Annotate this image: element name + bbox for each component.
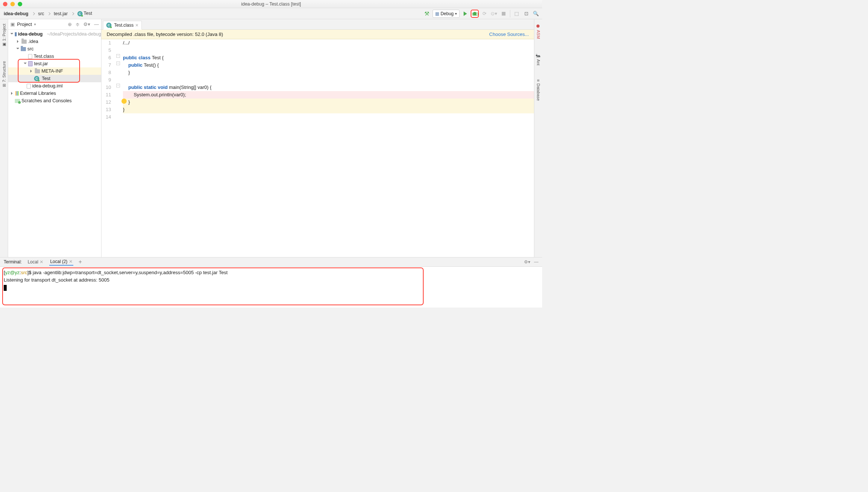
profiler-button[interactable]: ⊙▾ [490,10,498,18]
project-view-icon: ▣ [10,21,15,27]
tree-test-class-file[interactable]: Test.class [8,53,101,60]
code-line: System.out.println(var0); [123,91,534,99]
project-tool-title[interactable]: Project [17,21,32,27]
tree-idea-folder[interactable]: .idea [8,38,101,45]
tree-external-libraries[interactable]: External Libraries [8,90,101,97]
tree-test-class-in-jar[interactable]: CTest [8,75,101,82]
code-area[interactable]: 1 5 6 7 8 9 10 11 12 13 14 /.../ −public… [101,39,534,257]
debug-config-icon: ▦ [435,11,439,16]
terminal-tab-2[interactable]: Local (2)✕ [49,258,73,266]
folder-icon [35,69,40,73]
close-tab-icon[interactable]: ✕ [40,259,43,265]
code-line [123,76,534,84]
build-button[interactable]: ⚒ [423,10,431,18]
libraries-icon [16,91,19,96]
close-tab-icon[interactable]: ✕ [69,259,73,264]
tree-src-folder[interactable]: src [8,45,101,53]
chevron-down-icon[interactable]: ▾ [34,22,36,26]
new-terminal-tab-button[interactable]: + [79,259,82,265]
breadcrumb-class[interactable]: CTest [76,11,94,16]
tree-meta-inf[interactable]: META-INF [8,67,101,75]
code-line: − public Test() { [123,62,534,69]
vcs-update-button[interactable]: ⬚ [513,10,521,18]
tree-project-root[interactable]: idea-debug ~/IdeaProjects/idea-debug [8,30,101,38]
settings-icon[interactable]: ⚙▾ [83,21,90,27]
fold-icon[interactable]: − [116,54,120,58]
stop-button[interactable] [500,10,508,18]
terminal-header: Terminal: Local✕ Local (2)✕ + ⚙▾ — [0,257,542,267]
settings-icon[interactable]: ⚙▾ [524,259,530,265]
separator [510,10,510,17]
code-line: } [123,99,534,106]
config-label: Debug [441,11,454,16]
breadcrumb-project[interactable]: idea-debug [2,11,30,16]
code-line: } [123,69,534,76]
line-number: 12 [101,99,111,106]
editor: C Test.class ✕ Decompiled .class file, b… [101,19,534,257]
window-title: idea-debug – Test.class [test] [241,1,301,7]
tree-iml-file[interactable]: idea-debug.iml [8,82,101,90]
code-line [123,113,534,121]
tree-test-jar[interactable]: test.jar [8,60,101,67]
terminal-line: [yz@yz:src]$ java -agentlib:jdwp=transpo… [4,269,538,276]
hide-icon[interactable]: — [534,259,538,265]
jar-icon [28,61,33,66]
line-number: 1 [101,39,111,47]
line-number: 10 [101,84,111,91]
bug-icon [472,11,477,16]
run-button[interactable] [461,10,469,18]
window-titlebar: idea-debug – Test.class [test] [0,0,542,8]
project-tree[interactable]: idea-debug ~/IdeaProjects/idea-debug .id… [8,30,101,257]
fold-icon[interactable]: − [116,62,120,65]
intention-bulb-icon[interactable] [121,99,127,104]
debug-button[interactable] [471,10,479,18]
editor-tabbar: C Test.class ✕ [101,19,534,30]
class-icon: C [34,76,39,81]
editor-tab-label: Test.class [114,23,134,28]
terminal-line: Listening for transport dt_socket at add… [4,276,538,284]
terminal-tab-1[interactable]: Local✕ [27,259,44,265]
fullscreen-window-icon[interactable] [18,2,22,6]
code-line [123,47,534,54]
fold-icon[interactable]: − [116,84,120,87]
select-opened-file-icon[interactable]: ⊕ [68,21,72,27]
line-number: 7 [101,62,111,69]
ant-tool-tab[interactable]: 🐜Ant [536,51,541,67]
line-number: 11 [101,91,111,99]
database-tool-tab[interactable]: ≡Database [536,78,541,102]
breadcrumb-src[interactable]: src [37,11,46,16]
hide-icon[interactable]: — [94,21,99,27]
chevron-down-icon: ▾ [455,12,457,16]
scratches-icon [15,99,20,103]
decompiled-banner: Decompiled .class file, bytecode version… [101,30,534,39]
editor-tab[interactable]: C Test.class ✕ [103,21,142,30]
choose-sources-link[interactable]: Choose Sources... [489,31,529,37]
project-icon [15,32,17,36]
coverage-button[interactable]: ⟳ [480,10,488,18]
close-tab-icon[interactable]: ✕ [135,23,138,28]
gutter[interactable]: 1 5 6 7 8 9 10 11 12 13 14 [101,39,121,257]
window-controls [3,2,22,6]
class-icon: C [106,23,111,28]
close-window-icon[interactable] [3,2,7,6]
project-tool-tab[interactable]: ▣1: Project [1,22,6,49]
code-body[interactable]: /.../ −public class Test { − public Test… [121,39,534,257]
terminal-tool-window: Terminal: Local✕ Local (2)✕ + ⚙▾ — [yz@y… [0,257,542,308]
expand-all-icon[interactable]: ≑ [76,21,80,27]
run-config-selector[interactable]: ▦ Debug ▾ [433,10,460,18]
project-tool-header: ▣ Project ▾ ⊕ ≑ ⚙▾ — [8,19,101,30]
left-tool-strip: ▣1: Project ⊞7: Structure [0,19,8,257]
search-everywhere-button[interactable]: 🔍 [532,10,540,18]
breadcrumb: idea-debug src test.jar CTest [2,11,94,16]
minimize-window-icon[interactable] [10,2,15,6]
terminal-body[interactable]: [yz@yz:src]$ java -agentlib:jdwp=transpo… [0,267,542,308]
asm-tool-tab[interactable]: ⬢ASM [536,22,541,40]
tree-scratches[interactable]: Scratches and Consoles [8,97,101,104]
structure-tool-tab[interactable]: ⊞7: Structure [1,60,6,89]
banner-text: Decompiled .class file, bytecode version… [107,31,223,37]
ide-settings-button[interactable]: ⊡ [522,10,530,18]
iml-file-icon [27,84,31,89]
folder-icon [21,47,26,51]
breadcrumb-jar[interactable]: test.jar [52,11,69,16]
line-number: 14 [101,113,111,121]
